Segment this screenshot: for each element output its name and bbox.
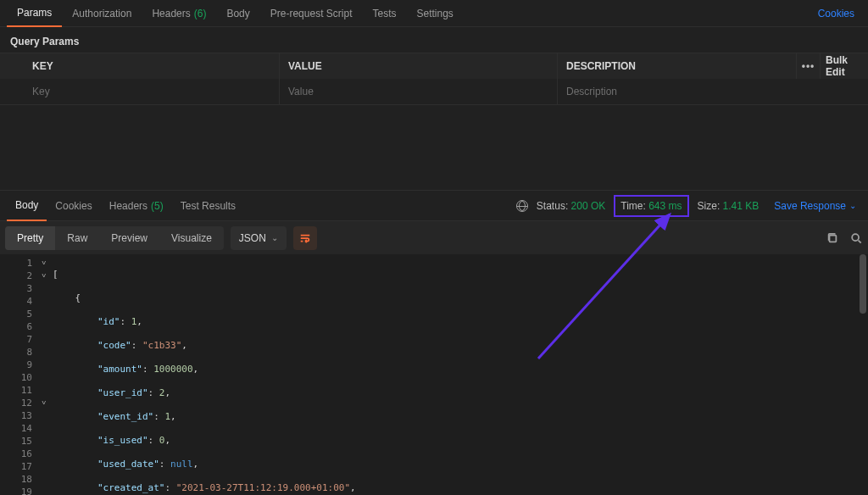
response-time: Time: 643 ms bbox=[614, 195, 688, 217]
response-tabs: Body Cookies Headers(5) Test Results Sta… bbox=[0, 190, 868, 220]
tab-body-label: Body bbox=[226, 8, 249, 19]
globe-icon[interactable] bbox=[516, 200, 528, 212]
tab-authorization[interactable]: Authorization bbox=[62, 0, 142, 27]
resp-tab-test-results[interactable]: Test Results bbox=[172, 191, 244, 221]
view-preview[interactable]: Preview bbox=[99, 226, 159, 250]
resp-tab-headers[interactable]: Headers(5) bbox=[101, 191, 172, 221]
qp-value-input[interactable]: Value bbox=[280, 79, 558, 104]
code-content[interactable]: [ { id: 1, code: "c1b33", amount: 100000… bbox=[37, 254, 868, 495]
chevron-down-icon: ⌄ bbox=[849, 201, 856, 210]
chevron-down-icon: ⌄ bbox=[271, 233, 278, 242]
resp-tab-cookies[interactable]: Cookies bbox=[47, 191, 100, 221]
search-icon[interactable] bbox=[844, 226, 868, 250]
bulk-edit-button[interactable]: Bulk Edit bbox=[821, 53, 868, 79]
status-code: Status: 200 OK bbox=[537, 200, 605, 212]
tab-headers-label: Headers bbox=[152, 8, 190, 19]
qp-input-row: Key Value Description bbox=[0, 79, 868, 104]
save-response-button[interactable]: Save Response ⌄ bbox=[774, 200, 856, 212]
response-body: 1 2 3 4 5 6 7 8 9 10 11 12 13 14 15 16 1… bbox=[0, 254, 868, 495]
response-toolbar: Pretty Raw Preview Visualize JSON ⌄ bbox=[0, 220, 868, 254]
qp-key-input[interactable]: Key bbox=[0, 79, 280, 104]
copy-icon[interactable] bbox=[821, 226, 844, 250]
view-pretty[interactable]: Pretty bbox=[5, 226, 55, 250]
view-visualize[interactable]: Visualize bbox=[159, 226, 224, 250]
qp-header-row: KEY VALUE DESCRIPTION ••• Bulk Edit bbox=[0, 53, 868, 79]
tab-settings-label: Settings bbox=[417, 8, 453, 19]
query-params-title: Query Params bbox=[0, 27, 868, 53]
response-size: Size: 1.41 KB bbox=[698, 200, 760, 212]
resp-tab-body[interactable]: Body bbox=[7, 191, 47, 221]
wrap-lines-button[interactable] bbox=[293, 226, 317, 250]
qp-desc-input[interactable]: Description bbox=[558, 79, 868, 104]
tab-pre-label: Pre-request Script bbox=[270, 8, 353, 19]
format-select[interactable]: JSON ⌄ bbox=[231, 226, 287, 250]
qp-more-button[interactable]: ••• bbox=[797, 53, 821, 79]
cookies-link[interactable]: Cookies bbox=[818, 8, 861, 19]
svg-rect-0 bbox=[830, 235, 837, 242]
query-params-table: KEY VALUE DESCRIPTION ••• Bulk Edit Key … bbox=[0, 53, 868, 105]
line-gutter: 1 2 3 4 5 6 7 8 9 10 11 12 13 14 15 16 1… bbox=[0, 254, 37, 495]
tab-tests[interactable]: Tests bbox=[362, 0, 406, 27]
tab-tests-label: Tests bbox=[372, 8, 396, 19]
request-tabs: Params Authorization Headers(6) Body Pre… bbox=[0, 0, 868, 27]
tab-body[interactable]: Body bbox=[216, 0, 259, 27]
qp-head-value: VALUE bbox=[280, 53, 558, 79]
tab-headers[interactable]: Headers(6) bbox=[142, 0, 216, 27]
view-raw[interactable]: Raw bbox=[55, 226, 99, 250]
tab-params-label: Params bbox=[17, 7, 52, 19]
tab-auth-label: Authorization bbox=[72, 8, 131, 19]
scrollbar[interactable] bbox=[860, 254, 866, 314]
tab-settings[interactable]: Settings bbox=[407, 0, 464, 27]
tab-headers-count: (6) bbox=[194, 8, 207, 19]
qp-head-key: KEY bbox=[0, 53, 280, 79]
query-params-title-text: Query Params bbox=[10, 36, 79, 47]
view-mode-tabs: Pretty Raw Preview Visualize bbox=[5, 226, 224, 250]
qp-head-desc: DESCRIPTION bbox=[558, 53, 797, 79]
svg-point-1 bbox=[852, 234, 859, 241]
tab-params[interactable]: Params bbox=[7, 0, 62, 27]
tab-pre-request[interactable]: Pre-request Script bbox=[260, 0, 363, 27]
cookies-link-label: Cookies bbox=[818, 8, 854, 19]
